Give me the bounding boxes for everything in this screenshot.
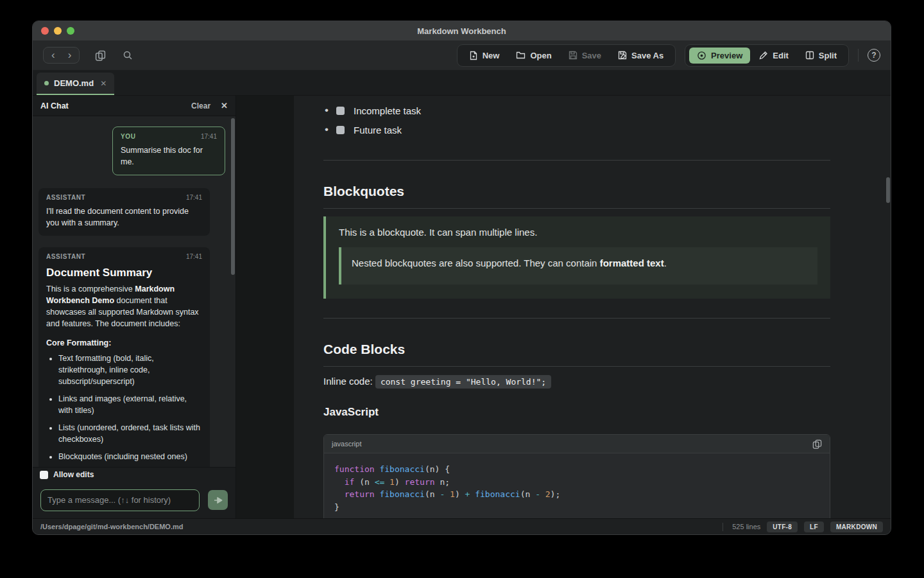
statusbar-divider xyxy=(723,523,723,531)
help-button[interactable]: ? xyxy=(868,49,880,62)
summary-heading: Document Summary xyxy=(46,267,202,279)
split-mode-button[interactable]: Split xyxy=(798,48,844,64)
task-item: • Future task xyxy=(323,120,830,139)
summary-list: Text formatting (bold, italic, strikethr… xyxy=(50,353,202,462)
summary-section-title: Core Formatting: xyxy=(46,338,202,347)
duplicate-button[interactable] xyxy=(95,50,106,61)
summary-intro: This is a comprehensive Markdown Workben… xyxy=(46,283,202,329)
search-button[interactable] xyxy=(123,50,133,60)
list-item: Text formatting (bold, italic, strikethr… xyxy=(58,353,202,387)
preview-scrollbar-thumb[interactable] xyxy=(886,177,890,203)
message-input[interactable] xyxy=(40,489,200,511)
message-time: 17:41 xyxy=(186,253,202,260)
app-window: Markdown Workbench ‹ › New Open xyxy=(32,21,891,535)
preview-pane: • Incomplete task • Future task Blockquo… xyxy=(294,96,891,518)
bullet-icon: • xyxy=(323,104,330,117)
blockquote: This is a blockquote. It can span multip… xyxy=(323,216,830,299)
toolbar-divider xyxy=(858,49,859,62)
clear-chat-button[interactable]: Clear xyxy=(191,101,210,110)
code-blocks-heading: Code Blocks xyxy=(323,342,830,367)
send-button[interactable] xyxy=(208,490,228,510)
task-item: • Incomplete task xyxy=(323,101,830,120)
title-bar: Markdown Workbench xyxy=(33,21,891,40)
user-message: YOU 17:41 Summarise this doc for me. xyxy=(112,127,225,175)
message-role: ASSISTANT xyxy=(46,194,85,201)
history-nav-group: ‹ › xyxy=(43,47,80,64)
inline-code: const greeting = "Hello, World!"; xyxy=(375,375,551,389)
horizontal-rule xyxy=(323,318,830,319)
status-bar: /Users/dpage/git/md-workbench/DEMO.md 52… xyxy=(33,518,891,534)
code-content: function fibonacci(n) { if (n <= 1) retu… xyxy=(324,453,830,518)
toolbar: ‹ › New Open Save xyxy=(33,40,891,70)
pencil-icon xyxy=(759,51,768,60)
nested-blockquote: Nested blockquotes are also supported. T… xyxy=(339,247,817,285)
eol-badge[interactable]: LF xyxy=(804,521,824,532)
send-icon xyxy=(214,496,223,505)
chat-title: AI Chat xyxy=(40,101,69,110)
file-button-group: New Open Save Save As xyxy=(457,44,676,67)
open-folder-icon xyxy=(516,51,526,60)
tab-bar: DEMO.md ✕ xyxy=(33,70,891,96)
tab-close-icon[interactable]: ✕ xyxy=(100,79,107,88)
tab-demo-md[interactable]: DEMO.md ✕ xyxy=(37,73,114,95)
list-item: Links and images (external, relative, wi… xyxy=(58,393,202,416)
encoding-badge[interactable]: UTF-8 xyxy=(767,521,798,532)
blockquotes-heading: Blockquotes xyxy=(323,184,830,209)
save-as-button[interactable]: Save As xyxy=(610,48,671,64)
assistant-message-1: ASSISTANT 17:41 I'll read the document c… xyxy=(38,188,210,236)
list-item: Blockquotes (including nested ones) xyxy=(58,451,202,462)
copy-icon xyxy=(95,50,106,61)
language-badge[interactable]: MARKDOWN xyxy=(830,521,883,532)
forward-button[interactable]: › xyxy=(68,49,72,61)
search-icon xyxy=(123,50,133,60)
allow-edits-row: Allow edits xyxy=(33,467,235,482)
task-label: Incomplete task xyxy=(354,105,421,116)
copy-icon xyxy=(812,439,822,449)
task-checkbox[interactable] xyxy=(336,126,345,134)
close-chat-icon[interactable]: ✕ xyxy=(221,101,228,110)
assistant-message-2: ASSISTANT 17:41 Document Summary This is… xyxy=(38,247,210,467)
main-content: AI Chat Clear ✕ YOU 17:41 Summarise this… xyxy=(33,96,891,518)
horizontal-rule xyxy=(323,160,830,161)
preview-button-label: Preview xyxy=(711,51,742,60)
nested-blockquote-text: Nested blockquotes are also supported. T… xyxy=(352,256,807,270)
new-file-icon xyxy=(469,51,478,60)
help-icon: ? xyxy=(871,51,876,60)
copy-code-button[interactable] xyxy=(812,439,822,449)
open-button[interactable]: Open xyxy=(508,48,559,64)
message-time: 17:41 xyxy=(186,194,202,201)
eye-icon xyxy=(697,51,706,60)
bullet-icon: • xyxy=(323,123,330,136)
view-mode-group: Preview Edit Split xyxy=(685,44,849,67)
pane-gutter xyxy=(236,96,294,518)
window-title: Markdown Workbench xyxy=(33,26,891,36)
split-view-icon xyxy=(805,51,814,60)
new-button[interactable]: New xyxy=(461,48,508,64)
save-as-button-label: Save As xyxy=(631,51,663,60)
ai-chat-panel: AI Chat Clear ✕ YOU 17:41 Summarise this… xyxy=(33,96,236,518)
task-label: Future task xyxy=(354,125,402,136)
allow-edits-checkbox[interactable] xyxy=(40,471,48,479)
new-button-label: New xyxy=(483,51,500,60)
inline-code-paragraph: Inline code: const greeting = "Hello, Wo… xyxy=(323,376,830,387)
chat-message-list: YOU 17:41 Summarise this doc for me. ASS… xyxy=(33,116,235,467)
edit-mode-button[interactable]: Edit xyxy=(751,48,796,64)
back-button[interactable]: ‹ xyxy=(51,49,55,61)
save-icon xyxy=(569,51,578,60)
message-text: I'll read the document content to provid… xyxy=(46,206,202,229)
save-button[interactable]: Save xyxy=(561,48,609,64)
javascript-heading: JavaScript xyxy=(323,406,830,419)
file-path: /Users/dpage/git/md-workbench/DEMO.md xyxy=(40,523,183,530)
code-block: javascript function fibonacci(n) { if (n… xyxy=(323,434,830,518)
message-text: Summarise this doc for me. xyxy=(121,144,217,168)
task-checkbox[interactable] xyxy=(336,107,345,115)
message-time: 17:41 xyxy=(201,133,217,140)
message-role: YOU xyxy=(121,133,135,140)
save-button-label: Save xyxy=(582,51,601,60)
split-button-label: Split xyxy=(819,51,837,60)
chat-scrollbar-thumb[interactable] xyxy=(231,118,235,275)
save-as-icon xyxy=(618,51,627,60)
list-item: Lists (unordered, ordered, task lists wi… xyxy=(58,422,202,445)
code-block-header: javascript xyxy=(324,435,830,453)
preview-mode-button[interactable]: Preview xyxy=(689,48,750,64)
